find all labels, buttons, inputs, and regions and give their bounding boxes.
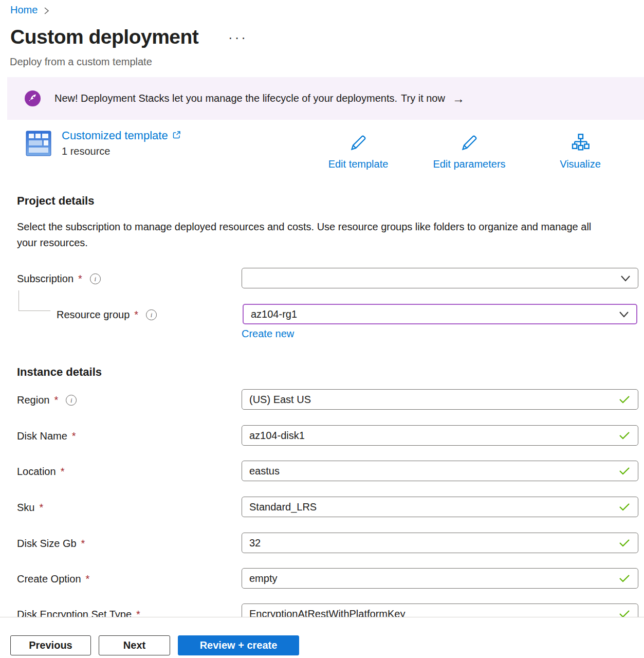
resource-group-value: az104-rg1 [251, 308, 297, 320]
checkmark-icon [618, 502, 631, 511]
resource-count: 1 resource [62, 145, 111, 157]
location-value: eastus [249, 465, 280, 477]
create-new-link[interactable]: Create new [242, 328, 294, 340]
create-option-input[interactable]: empty [242, 568, 638, 589]
page-title: Custom deployment [10, 26, 198, 48]
visualize-label: Visualize [560, 158, 601, 170]
create-option-label: Create Option * [17, 573, 89, 585]
resource-group-select[interactable]: az104-rg1 [243, 304, 637, 324]
wizard-footer: Previous Next Review + create [0, 617, 644, 658]
breadcrumb: Home [10, 4, 49, 16]
chevron-down-icon [619, 311, 629, 318]
required-marker: * [81, 538, 85, 550]
breadcrumb-home-link[interactable]: Home [10, 4, 38, 16]
edit-template-label: Edit template [328, 158, 389, 170]
sku-input[interactable]: Standard_LRS [242, 497, 638, 517]
chevron-down-icon [620, 275, 631, 282]
external-link-icon [172, 129, 181, 142]
required-marker: * [39, 502, 43, 514]
region-input[interactable]: (US) East US [242, 389, 638, 410]
field-connector-line [19, 290, 50, 311]
create-option-value: empty [249, 573, 277, 584]
region-label: Region * i [17, 394, 77, 406]
required-marker: * [86, 573, 90, 585]
info-icon[interactable]: i [90, 273, 101, 284]
project-details-heading: Project details [17, 194, 94, 208]
disk-name-input[interactable]: az104-disk1 [242, 425, 638, 446]
previous-button[interactable]: Previous [10, 635, 91, 655]
arrow-right-icon[interactable]: → [452, 92, 465, 106]
custom-deployment-page: Home Custom deployment ··· Deploy from a… [0, 0, 644, 658]
project-details-description: Select the subscription to manage deploy… [17, 219, 608, 251]
required-marker: * [78, 273, 82, 285]
chevron-right-icon [44, 6, 49, 15]
subscription-label: Subscription * i [17, 273, 101, 285]
resource-group-label: Resource group * i [57, 309, 157, 321]
review-create-button[interactable]: Review + create [178, 635, 299, 655]
checkmark-icon [618, 538, 631, 547]
next-button[interactable]: Next [99, 635, 170, 655]
more-options-button[interactable]: ··· [228, 30, 248, 46]
checkmark-icon [618, 395, 631, 404]
required-marker: * [72, 430, 76, 442]
checkmark-icon [618, 466, 631, 476]
disk-size-gb-label: Disk Size Gb * [17, 538, 85, 550]
rocket-icon [25, 90, 41, 106]
region-value: (US) East US [249, 394, 311, 406]
edit-parameters-button[interactable]: Edit parameters [426, 133, 513, 170]
customized-template-link[interactable]: Customized template [62, 129, 181, 142]
edit-parameters-label: Edit parameters [433, 158, 505, 170]
customized-template-label: Customized template [62, 129, 168, 142]
location-label: Location * [17, 466, 64, 478]
banner-message: New! Deployment Stacks let you manage th… [54, 93, 397, 104]
info-icon[interactable]: i [66, 395, 77, 406]
sku-label: Sku * [17, 502, 43, 514]
sku-value: Standard_LRS [249, 501, 317, 513]
pencil-icon [459, 133, 480, 155]
disk-size-gb-input[interactable]: 32 [242, 533, 638, 553]
required-marker: * [54, 394, 58, 406]
checkmark-icon [618, 431, 631, 440]
required-marker: * [134, 309, 138, 321]
info-icon[interactable]: i [146, 309, 157, 320]
instance-details-heading: Instance details [17, 365, 102, 379]
subscription-select[interactable] [242, 268, 638, 288]
required-marker: * [61, 466, 65, 478]
location-input[interactable]: eastus [242, 461, 638, 481]
visualize-button[interactable]: Visualize [537, 133, 624, 170]
checkmark-icon [618, 574, 631, 583]
template-icon [26, 131, 51, 158]
disk-name-value: az104-disk1 [249, 430, 305, 442]
deployment-stacks-banner: New! Deployment Stacks let you manage th… [7, 77, 644, 120]
org-chart-icon [570, 133, 591, 155]
page-subtitle: Deploy from a custom template [10, 56, 152, 68]
disk-size-gb-value: 32 [249, 537, 261, 549]
edit-template-button[interactable]: Edit template [315, 133, 402, 170]
disk-name-label: Disk Name * [17, 430, 76, 442]
banner-try-it-now-link[interactable]: Try it now [401, 93, 445, 104]
pencil-icon [348, 133, 369, 155]
